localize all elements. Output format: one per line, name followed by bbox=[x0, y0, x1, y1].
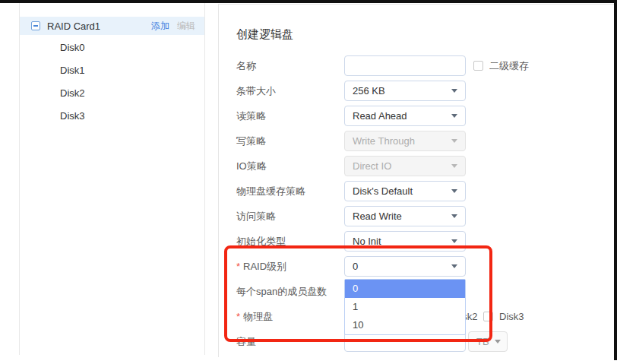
page-title: 创建逻辑盘 bbox=[236, 27, 293, 42]
access-policy-label: 访问策略 bbox=[236, 206, 276, 226]
window-bottom-edge bbox=[0, 0, 617, 3]
tree-actions: 添加 编辑 bbox=[151, 20, 195, 33]
disk-cache-policy-label: 物理盘缓存策略 bbox=[236, 181, 305, 201]
capacity-label: 容量 bbox=[236, 331, 256, 352]
secondary-cache-option: 二级缓存 bbox=[473, 55, 529, 76]
chevron-down-icon bbox=[451, 264, 457, 268]
disk-cache-policy-value: Disk's Default bbox=[345, 185, 451, 197]
read-policy-label: 读策略 bbox=[236, 106, 266, 126]
init-type-label: 初始化类型 bbox=[236, 231, 286, 252]
form-row-access-policy: 访问策略Read Write bbox=[219, 206, 614, 226]
name-input[interactable] bbox=[344, 55, 466, 76]
disk3-checkbox-label: Disk3 bbox=[499, 311, 524, 322]
form-row-stripe-size: 条带大小256 KB bbox=[219, 81, 614, 101]
edit-link[interactable]: 编辑 bbox=[177, 20, 195, 33]
chevron-down-icon bbox=[451, 114, 457, 118]
write-policy-select: Write Through bbox=[344, 131, 466, 151]
access-policy-select[interactable]: Read Write bbox=[344, 206, 466, 226]
name-label: 名称 bbox=[236, 55, 256, 76]
raid-level-option-10[interactable]: 10 bbox=[345, 316, 465, 334]
secondary-cache-label: 二级缓存 bbox=[489, 59, 529, 73]
chevron-down-icon bbox=[451, 139, 457, 143]
raid-level-label: *RAID级别 bbox=[236, 256, 286, 277]
form-row-raid-level: *RAID级别0 bbox=[219, 256, 614, 277]
access-policy-value: Read Write bbox=[345, 210, 451, 222]
create-logical-disk-panel: 创建逻辑盘 名称二级缓存条带大小256 KB读策略Read Ahead写策略Wr… bbox=[218, 4, 614, 357]
form-row-io-policy: IO策略Direct IO bbox=[219, 156, 614, 176]
chevron-down-icon bbox=[451, 214, 457, 218]
form-row-init-type: 初始化类型No Init bbox=[219, 231, 614, 252]
form-row-read-policy: 读策略Read Ahead bbox=[219, 106, 614, 126]
raid-level-option-1[interactable]: 1 bbox=[345, 298, 465, 316]
raid-level-option-0[interactable]: 0 bbox=[345, 280, 465, 298]
stripe-size-label: 条带大小 bbox=[236, 81, 276, 101]
write-policy-value: Write Through bbox=[345, 135, 451, 147]
chevron-down-icon bbox=[495, 340, 501, 343]
io-policy-value: Direct IO bbox=[345, 160, 451, 172]
required-asterisk: * bbox=[236, 311, 240, 322]
capacity-unit-select: TB bbox=[468, 331, 508, 352]
collapse-minus-icon[interactable] bbox=[31, 21, 40, 30]
tree-root-label: RAID Card1 bbox=[47, 21, 100, 32]
read-policy-value: Read Ahead bbox=[345, 110, 451, 122]
form-row-name: 名称二级缓存 bbox=[219, 55, 614, 76]
tree-node-disk2[interactable]: Disk2 bbox=[20, 82, 204, 105]
stripe-size-select[interactable]: 256 KB bbox=[344, 81, 466, 101]
chevron-down-icon bbox=[451, 89, 457, 93]
physical-disk-label: *物理盘 bbox=[236, 306, 273, 327]
tree-node-raid-card1[interactable]: RAID Card1 添加 编辑 bbox=[20, 17, 204, 35]
tree-node-disk1[interactable]: Disk1 bbox=[20, 59, 204, 82]
add-link[interactable]: 添加 bbox=[151, 20, 169, 33]
disk-list: Disk0Disk1Disk2Disk3 bbox=[20, 36, 204, 128]
chevron-down-icon bbox=[451, 164, 457, 168]
raid-level-dropdown-list: 0110 bbox=[344, 279, 466, 335]
disk-option-disk3: Disk3 bbox=[483, 311, 530, 322]
init-type-select[interactable]: No Init bbox=[344, 231, 466, 252]
stripe-size-value: 256 KB bbox=[345, 85, 451, 97]
form-row-disk-cache-policy: 物理盘缓存策略Disk's Default bbox=[219, 181, 614, 201]
window-right-edge bbox=[614, 0, 617, 360]
secondary-cache-checkbox[interactable] bbox=[473, 61, 483, 71]
raid-level-value: 0 bbox=[345, 261, 451, 272]
span-member-count-label: 每个span的成员盘数 bbox=[236, 281, 327, 302]
tree-node-disk3[interactable]: Disk3 bbox=[20, 105, 204, 128]
required-asterisk: * bbox=[236, 261, 240, 272]
write-policy-label: 写策略 bbox=[236, 131, 266, 151]
tree-node-disk0[interactable]: Disk0 bbox=[20, 36, 204, 59]
disk3-checkbox[interactable] bbox=[483, 312, 493, 321]
read-policy-select[interactable]: Read Ahead bbox=[344, 106, 466, 126]
io-policy-select: Direct IO bbox=[344, 156, 466, 176]
raid-level-select[interactable]: 0 bbox=[344, 256, 466, 277]
init-type-value: No Init bbox=[345, 236, 451, 247]
disk-cache-policy-select[interactable]: Disk's Default bbox=[344, 181, 466, 201]
form-row-write-policy: 写策略Write Through bbox=[219, 131, 614, 151]
chevron-down-icon bbox=[451, 189, 457, 193]
chevron-down-icon bbox=[451, 239, 457, 243]
io-policy-label: IO策略 bbox=[236, 156, 267, 176]
capacity-unit-value: TB bbox=[469, 336, 495, 347]
raid-tree-panel: RAID Card1 添加 编辑 Disk0Disk1Disk2Disk3 bbox=[19, 3, 205, 355]
